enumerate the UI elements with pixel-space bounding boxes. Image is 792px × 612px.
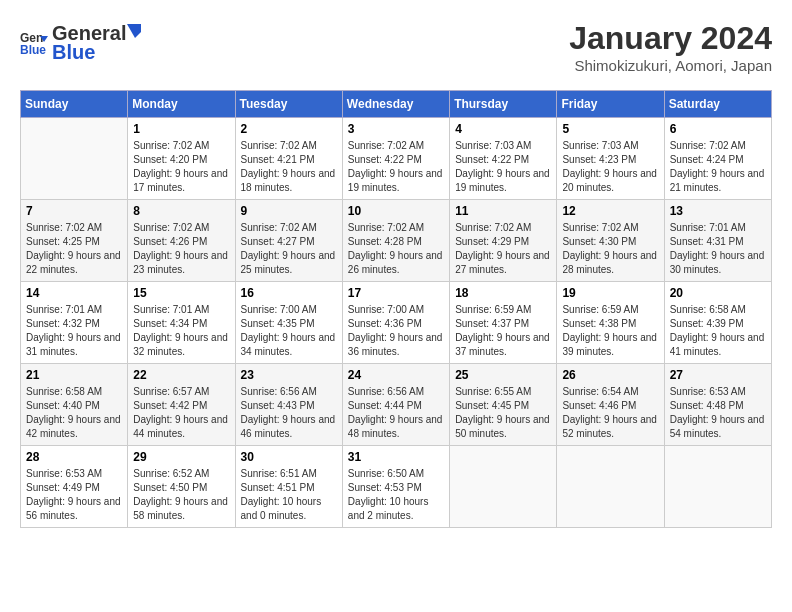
day-info: Sunrise: 6:54 AMSunset: 4:46 PMDaylight:… (562, 385, 658, 441)
calendar-cell: 21Sunrise: 6:58 AMSunset: 4:40 PMDayligh… (21, 364, 128, 446)
calendar-cell: 2Sunrise: 7:02 AMSunset: 4:21 PMDaylight… (235, 118, 342, 200)
calendar-cell: 14Sunrise: 7:01 AMSunset: 4:32 PMDayligh… (21, 282, 128, 364)
day-info: Sunrise: 7:02 AMSunset: 4:27 PMDaylight:… (241, 221, 337, 277)
day-number: 24 (348, 368, 444, 382)
calendar-cell: 16Sunrise: 7:00 AMSunset: 4:35 PMDayligh… (235, 282, 342, 364)
calendar-week-row: 28Sunrise: 6:53 AMSunset: 4:49 PMDayligh… (21, 446, 772, 528)
calendar-cell: 19Sunrise: 6:59 AMSunset: 4:38 PMDayligh… (557, 282, 664, 364)
day-number: 26 (562, 368, 658, 382)
calendar-cell: 24Sunrise: 6:56 AMSunset: 4:44 PMDayligh… (342, 364, 449, 446)
day-info: Sunrise: 7:00 AMSunset: 4:35 PMDaylight:… (241, 303, 337, 359)
day-number: 23 (241, 368, 337, 382)
day-info: Sunrise: 7:02 AMSunset: 4:20 PMDaylight:… (133, 139, 229, 195)
day-info: Sunrise: 6:50 AMSunset: 4:53 PMDaylight:… (348, 467, 444, 523)
calendar-cell: 6Sunrise: 7:02 AMSunset: 4:24 PMDaylight… (664, 118, 771, 200)
svg-text:Blue: Blue (20, 43, 46, 56)
calendar-cell: 4Sunrise: 7:03 AMSunset: 4:22 PMDaylight… (450, 118, 557, 200)
calendar-cell (450, 446, 557, 528)
calendar-cell (557, 446, 664, 528)
day-number: 1 (133, 122, 229, 136)
day-number: 31 (348, 450, 444, 464)
weekday-header: Monday (128, 91, 235, 118)
page-header: Gen Blue General Blue January 2024 Shimo… (20, 20, 772, 74)
svg-marker-3 (127, 24, 141, 38)
day-number: 27 (670, 368, 766, 382)
calendar-cell: 23Sunrise: 6:56 AMSunset: 4:43 PMDayligh… (235, 364, 342, 446)
day-number: 14 (26, 286, 122, 300)
day-info: Sunrise: 6:56 AMSunset: 4:43 PMDaylight:… (241, 385, 337, 441)
day-info: Sunrise: 6:56 AMSunset: 4:44 PMDaylight:… (348, 385, 444, 441)
calendar-cell: 28Sunrise: 6:53 AMSunset: 4:49 PMDayligh… (21, 446, 128, 528)
day-info: Sunrise: 7:01 AMSunset: 4:32 PMDaylight:… (26, 303, 122, 359)
title-block: January 2024 Shimokizukuri, Aomori, Japa… (569, 20, 772, 74)
day-number: 10 (348, 204, 444, 218)
calendar-cell: 27Sunrise: 6:53 AMSunset: 4:48 PMDayligh… (664, 364, 771, 446)
day-number: 5 (562, 122, 658, 136)
day-number: 9 (241, 204, 337, 218)
weekday-header: Tuesday (235, 91, 342, 118)
day-number: 22 (133, 368, 229, 382)
calendar-cell: 20Sunrise: 6:58 AMSunset: 4:39 PMDayligh… (664, 282, 771, 364)
day-info: Sunrise: 6:59 AMSunset: 4:37 PMDaylight:… (455, 303, 551, 359)
day-info: Sunrise: 6:53 AMSunset: 4:49 PMDaylight:… (26, 467, 122, 523)
day-number: 12 (562, 204, 658, 218)
day-info: Sunrise: 7:02 AMSunset: 4:29 PMDaylight:… (455, 221, 551, 277)
calendar-cell: 13Sunrise: 7:01 AMSunset: 4:31 PMDayligh… (664, 200, 771, 282)
logo: Gen Blue General Blue (20, 20, 143, 64)
day-number: 15 (133, 286, 229, 300)
calendar-table: SundayMondayTuesdayWednesdayThursdayFrid… (20, 90, 772, 528)
calendar-cell: 3Sunrise: 7:02 AMSunset: 4:22 PMDaylight… (342, 118, 449, 200)
day-info: Sunrise: 7:02 AMSunset: 4:26 PMDaylight:… (133, 221, 229, 277)
calendar-cell: 9Sunrise: 7:02 AMSunset: 4:27 PMDaylight… (235, 200, 342, 282)
weekday-header: Wednesday (342, 91, 449, 118)
day-number: 8 (133, 204, 229, 218)
calendar-cell: 7Sunrise: 7:02 AMSunset: 4:25 PMDaylight… (21, 200, 128, 282)
calendar-cell: 25Sunrise: 6:55 AMSunset: 4:45 PMDayligh… (450, 364, 557, 446)
day-number: 16 (241, 286, 337, 300)
day-number: 13 (670, 204, 766, 218)
calendar-cell: 17Sunrise: 7:00 AMSunset: 4:36 PMDayligh… (342, 282, 449, 364)
calendar-cell: 10Sunrise: 7:02 AMSunset: 4:28 PMDayligh… (342, 200, 449, 282)
weekday-header: Saturday (664, 91, 771, 118)
calendar-cell: 22Sunrise: 6:57 AMSunset: 4:42 PMDayligh… (128, 364, 235, 446)
day-info: Sunrise: 6:53 AMSunset: 4:48 PMDaylight:… (670, 385, 766, 441)
day-info: Sunrise: 7:02 AMSunset: 4:25 PMDaylight:… (26, 221, 122, 277)
calendar-cell: 12Sunrise: 7:02 AMSunset: 4:30 PMDayligh… (557, 200, 664, 282)
day-info: Sunrise: 6:51 AMSunset: 4:51 PMDaylight:… (241, 467, 337, 523)
day-info: Sunrise: 7:03 AMSunset: 4:23 PMDaylight:… (562, 139, 658, 195)
day-info: Sunrise: 6:59 AMSunset: 4:38 PMDaylight:… (562, 303, 658, 359)
day-number: 25 (455, 368, 551, 382)
calendar-cell: 31Sunrise: 6:50 AMSunset: 4:53 PMDayligh… (342, 446, 449, 528)
day-info: Sunrise: 6:52 AMSunset: 4:50 PMDaylight:… (133, 467, 229, 523)
calendar-week-row: 21Sunrise: 6:58 AMSunset: 4:40 PMDayligh… (21, 364, 772, 446)
day-number: 4 (455, 122, 551, 136)
day-number: 3 (348, 122, 444, 136)
day-number: 18 (455, 286, 551, 300)
calendar-cell: 18Sunrise: 6:59 AMSunset: 4:37 PMDayligh… (450, 282, 557, 364)
calendar-cell: 5Sunrise: 7:03 AMSunset: 4:23 PMDaylight… (557, 118, 664, 200)
calendar-cell: 26Sunrise: 6:54 AMSunset: 4:46 PMDayligh… (557, 364, 664, 446)
calendar-cell: 8Sunrise: 7:02 AMSunset: 4:26 PMDaylight… (128, 200, 235, 282)
day-number: 17 (348, 286, 444, 300)
day-number: 19 (562, 286, 658, 300)
day-info: Sunrise: 6:55 AMSunset: 4:45 PMDaylight:… (455, 385, 551, 441)
day-number: 21 (26, 368, 122, 382)
day-info: Sunrise: 7:02 AMSunset: 4:21 PMDaylight:… (241, 139, 337, 195)
day-info: Sunrise: 7:01 AMSunset: 4:34 PMDaylight:… (133, 303, 229, 359)
weekday-header: Thursday (450, 91, 557, 118)
calendar-cell: 1Sunrise: 7:02 AMSunset: 4:20 PMDaylight… (128, 118, 235, 200)
calendar-cell: 11Sunrise: 7:02 AMSunset: 4:29 PMDayligh… (450, 200, 557, 282)
logo-arrow-icon (127, 20, 143, 40)
calendar-header-row: SundayMondayTuesdayWednesdayThursdayFrid… (21, 91, 772, 118)
calendar-week-row: 1Sunrise: 7:02 AMSunset: 4:20 PMDaylight… (21, 118, 772, 200)
day-info: Sunrise: 6:58 AMSunset: 4:40 PMDaylight:… (26, 385, 122, 441)
calendar-week-row: 7Sunrise: 7:02 AMSunset: 4:25 PMDaylight… (21, 200, 772, 282)
day-info: Sunrise: 7:02 AMSunset: 4:30 PMDaylight:… (562, 221, 658, 277)
calendar-cell: 29Sunrise: 6:52 AMSunset: 4:50 PMDayligh… (128, 446, 235, 528)
day-number: 30 (241, 450, 337, 464)
calendar-cell: 15Sunrise: 7:01 AMSunset: 4:34 PMDayligh… (128, 282, 235, 364)
calendar-week-row: 14Sunrise: 7:01 AMSunset: 4:32 PMDayligh… (21, 282, 772, 364)
day-number: 7 (26, 204, 122, 218)
day-number: 28 (26, 450, 122, 464)
month-title: January 2024 (569, 20, 772, 57)
